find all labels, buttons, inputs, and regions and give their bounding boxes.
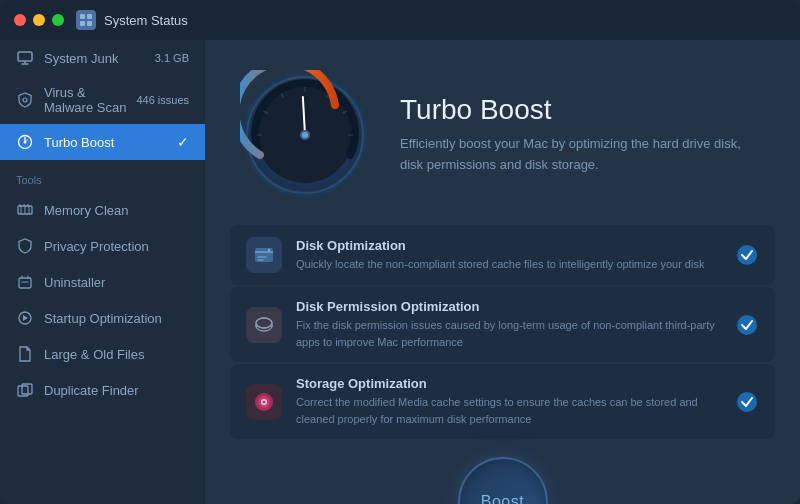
disk-perm-icon [246, 307, 282, 343]
sidebar-item-large-old-files[interactable]: Large & Old Files [0, 336, 205, 372]
svg-rect-19 [19, 278, 31, 288]
sidebar-label-startup-optimization: Startup Optimization [44, 311, 189, 326]
sidebar: System Junk 3.1 GB Virus & Malware Scan … [0, 40, 205, 504]
sidebar-label-system-junk: System Junk [44, 51, 155, 66]
sidebar-label-duplicate-finder: Duplicate Finder [44, 383, 189, 398]
sidebar-item-turbo-boost[interactable]: Turbo Boost ✓ [0, 124, 205, 160]
feature-disk-opt-text: Disk Optimization Quickly locate the non… [296, 238, 721, 273]
feature-disk-perm-title: Disk Permission Optimization [296, 299, 721, 314]
svg-point-7 [23, 98, 27, 102]
sidebar-label-uninstaller: Uninstaller [44, 275, 189, 290]
svg-point-48 [737, 315, 757, 335]
content-area: Turbo Boost Efficiently boost your Mac b… [205, 40, 800, 504]
feature-disk-opt-desc: Quickly locate the non-compliant stored … [296, 256, 721, 273]
svg-rect-4 [18, 52, 32, 61]
feature-disk-optimization[interactable]: Disk Optimization Quickly locate the non… [230, 225, 775, 285]
hero-description: Efficiently boost your Mac by optimizing… [400, 134, 765, 176]
sidebar-badge-system-junk: 3.1 GB [155, 52, 189, 64]
svg-point-53 [737, 392, 757, 412]
hero-title: Turbo Boost [400, 94, 765, 126]
sidebar-item-memory-clean[interactable]: Memory Clean [0, 192, 205, 228]
feature-storage-opt-title: Storage Optimization [296, 376, 721, 391]
minimize-button[interactable] [33, 14, 45, 26]
sidebar-item-uninstaller[interactable]: Uninstaller [0, 264, 205, 300]
svg-rect-0 [80, 14, 85, 19]
gauge-svg [240, 70, 370, 200]
feature-storage-opt-desc: Correct the modified Media cache setting… [296, 394, 721, 427]
sidebar-label-large-old-files: Large & Old Files [44, 347, 189, 362]
sidebar-label-malware-scan: Virus & Malware Scan [44, 85, 136, 115]
feature-storage-opt-check [735, 390, 759, 414]
feature-storage-opt-text: Storage Optimization Correct the modifie… [296, 376, 721, 427]
app-icon [76, 10, 96, 30]
feature-storage-optimization[interactable]: Storage Optimization Correct the modifie… [230, 364, 775, 439]
title-bar: System Status [0, 0, 800, 40]
main-layout: System Junk 3.1 GB Virus & Malware Scan … [0, 40, 800, 504]
feature-disk-permission[interactable]: Disk Permission Optimization Fix the dis… [230, 287, 775, 362]
monitor-icon [16, 49, 34, 67]
features-list: Disk Optimization Quickly locate the non… [205, 225, 800, 439]
svg-point-42 [737, 245, 757, 265]
title-bar-content: System Status [76, 10, 188, 30]
feature-disk-opt-title: Disk Optimization [296, 238, 721, 253]
svg-rect-2 [80, 21, 85, 26]
sidebar-item-privacy-protection[interactable]: Privacy Protection [0, 228, 205, 264]
sidebar-label-privacy-protection: Privacy Protection [44, 239, 189, 254]
sidebar-label-memory-clean: Memory Clean [44, 203, 189, 218]
files-icon [16, 345, 34, 363]
hero-section: Turbo Boost Efficiently boost your Mac b… [205, 40, 800, 225]
sidebar-item-system-junk[interactable]: System Junk 3.1 GB [0, 40, 205, 76]
privacy-icon [16, 237, 34, 255]
uninstaller-icon [16, 273, 34, 291]
close-button[interactable] [14, 14, 26, 26]
sidebar-item-duplicate-finder[interactable]: Duplicate Finder [0, 372, 205, 408]
active-checkmark: ✓ [177, 134, 189, 150]
duplicate-icon [16, 381, 34, 399]
sidebar-item-startup-optimization[interactable]: Startup Optimization [0, 300, 205, 336]
svg-point-41 [268, 249, 270, 251]
feature-disk-perm-text: Disk Permission Optimization Fix the dis… [296, 299, 721, 350]
startup-icon [16, 309, 34, 327]
feature-disk-perm-check [735, 313, 759, 337]
disk-opt-icon [246, 237, 282, 273]
app-title: System Status [104, 13, 188, 28]
gauge-nav-icon [16, 133, 34, 151]
boost-button[interactable]: Boost [458, 457, 548, 504]
shield-scan-icon [16, 91, 34, 109]
memory-icon [16, 201, 34, 219]
feature-disk-opt-check [735, 243, 759, 267]
svg-rect-3 [87, 21, 92, 26]
tools-section-label: Tools [0, 160, 205, 192]
storage-opt-icon [246, 384, 282, 420]
maximize-button[interactable] [52, 14, 64, 26]
traffic-lights [14, 14, 64, 26]
svg-rect-1 [87, 14, 92, 19]
sidebar-item-malware-scan[interactable]: Virus & Malware Scan 446 issues [0, 76, 205, 124]
svg-point-39 [302, 132, 308, 138]
hero-text: Turbo Boost Efficiently boost your Mac b… [400, 94, 765, 176]
sidebar-badge-malware-scan: 446 issues [136, 94, 189, 106]
feature-disk-perm-desc: Fix the disk permission issues caused by… [296, 317, 721, 350]
sidebar-label-turbo-boost: Turbo Boost [44, 135, 173, 150]
gauge-container [240, 70, 370, 200]
boost-area: Boost [205, 439, 800, 504]
svg-point-52 [263, 400, 266, 403]
app-window: System Status System Junk 3.1 GB [0, 0, 800, 504]
